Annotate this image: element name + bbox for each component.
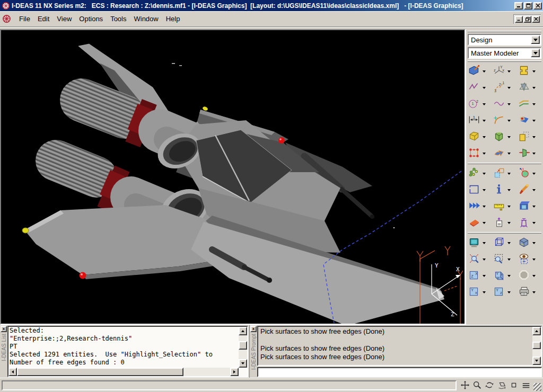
cutting-plane-dropdown-arrow[interactable] xyxy=(531,81,537,95)
circle-center-edge-dropdown-arrow[interactable] xyxy=(481,97,487,111)
module-combo-arrow[interactable] xyxy=(531,49,540,57)
scroll-down-button[interactable] xyxy=(239,359,247,368)
mdi-close-button[interactable] xyxy=(532,16,540,23)
offset-curve-button[interactable] xyxy=(517,97,531,111)
module-combobox[interactable]: Master Modeler xyxy=(468,47,541,59)
toolbar-grip[interactable] xyxy=(468,232,541,234)
history-tree-button[interactable] xyxy=(467,167,481,181)
check-geometry-button[interactable] xyxy=(517,167,531,181)
scroll-down-button[interactable] xyxy=(532,357,541,365)
menu-edit[interactable]: Edit xyxy=(34,13,53,25)
drag-entity-button[interactable] xyxy=(492,167,506,181)
scroll-thumb[interactable] xyxy=(532,342,541,349)
list-panel-close-button[interactable]: x xyxy=(1,326,7,332)
scroll-up-button[interactable] xyxy=(239,327,247,335)
visible-entities-dropdown-arrow[interactable] xyxy=(531,253,537,266)
prompt-input[interactable] xyxy=(257,367,542,377)
history-tree-dropdown-arrow[interactable] xyxy=(481,167,487,181)
task-combo-arrow[interactable] xyxy=(531,35,540,44)
revolve-feature-dropdown-arrow[interactable] xyxy=(506,130,512,144)
sweep-feature-button[interactable] xyxy=(492,147,506,161)
wireframe-display-button[interactable] xyxy=(492,236,506,250)
menu-file[interactable]: File xyxy=(15,13,34,25)
dimension-dropdown-arrow[interactable] xyxy=(481,114,487,128)
shell-feature-dropdown-arrow[interactable] xyxy=(531,147,537,161)
spline-curve-button[interactable] xyxy=(492,97,506,111)
dimension-button[interactable]: 1 xyxy=(467,114,481,128)
view-top-button[interactable]: Yx xyxy=(467,286,481,299)
spline-control-points-button[interactable]: 321 xyxy=(492,81,506,95)
put-away-dropdown-arrow[interactable] xyxy=(531,200,537,213)
list-vertical-scrollbar[interactable] xyxy=(239,327,247,368)
scroll-left-button[interactable] xyxy=(8,368,17,376)
menu-window[interactable]: Window xyxy=(130,13,162,25)
close-button[interactable] xyxy=(533,2,542,10)
measure-button[interactable] xyxy=(492,200,506,213)
intersect-surfaces-button[interactable] xyxy=(517,114,531,128)
resize-grip[interactable] xyxy=(533,383,541,391)
task-combobox[interactable]: Design xyxy=(468,34,541,46)
workplane-axes-dropdown-arrow[interactable] xyxy=(506,65,512,78)
stop-button[interactable] xyxy=(517,269,531,283)
zoom-box-button[interactable] xyxy=(492,253,506,266)
stop-dropdown-arrow[interactable] xyxy=(531,269,537,283)
fillet-dropdown-arrow[interactable] xyxy=(506,114,512,128)
update-part-button[interactable] xyxy=(492,216,506,230)
extrude-profile-button[interactable] xyxy=(517,65,531,78)
viewport-3d-model[interactable]: X Y Z xyxy=(1,30,465,324)
view-isometric-button[interactable]: Yxz xyxy=(492,269,506,283)
visible-entities-button[interactable] xyxy=(517,253,531,266)
menu-help[interactable]: Help xyxy=(162,13,184,25)
appearance-button[interactable] xyxy=(517,183,531,197)
drag-entity-dropdown-arrow[interactable] xyxy=(506,167,512,181)
extrude-profile-dropdown-arrow[interactable] xyxy=(531,65,537,78)
workplane-axes-button[interactable]: Yzx xyxy=(492,65,506,78)
view-side-button[interactable]: Yz xyxy=(492,286,506,299)
fillet-button[interactable] xyxy=(492,114,506,128)
shaded-software-button[interactable] xyxy=(517,236,531,250)
info-dropdown-arrow[interactable] xyxy=(506,183,512,197)
zoom-all-button[interactable] xyxy=(467,253,481,266)
copy-feature-button[interactable] xyxy=(517,130,531,144)
prompt-panel-close-button[interactable]: x xyxy=(250,326,257,332)
circle-center-edge-button[interactable]: 12 xyxy=(467,97,481,111)
scroll-right-button[interactable] xyxy=(230,368,239,376)
erase-dropdown-arrow[interactable] xyxy=(481,216,487,230)
revolve-feature-button[interactable] xyxy=(492,130,506,144)
polylines-dropdown-arrow[interactable] xyxy=(481,81,487,95)
offset-curve-dropdown-arrow[interactable] xyxy=(531,97,537,111)
menu-tools[interactable]: Tools xyxy=(107,13,130,25)
view-isometric-dropdown-arrow[interactable] xyxy=(506,269,512,283)
shaded-display-dropdown-arrow[interactable] xyxy=(481,236,487,250)
zoom-all-dropdown-arrow[interactable] xyxy=(481,253,487,266)
view-front-button[interactable]: XZ xyxy=(467,269,481,283)
info-button[interactable] xyxy=(492,183,506,197)
minimize-button[interactable] xyxy=(514,2,523,10)
check-geometry-dropdown-arrow[interactable] xyxy=(531,167,537,181)
modify-points-dropdown-arrow[interactable] xyxy=(481,147,487,161)
rotate-icon[interactable] xyxy=(484,380,495,390)
isolate-button[interactable] xyxy=(467,200,481,213)
delete-entity-dropdown-arrow[interactable] xyxy=(531,216,537,230)
select-region-button[interactable] xyxy=(467,183,481,197)
update-part-dropdown-arrow[interactable] xyxy=(506,216,512,230)
scroll-thumb[interactable] xyxy=(239,341,247,350)
select-box-icon[interactable] xyxy=(509,380,519,390)
appearance-dropdown-arrow[interactable] xyxy=(531,183,537,197)
list-horizontal-scrollbar[interactable] xyxy=(8,368,239,376)
pan-icon[interactable] xyxy=(460,380,470,390)
extrude-feature-button[interactable] xyxy=(467,130,481,144)
menu-options[interactable]: Options xyxy=(75,13,107,25)
modify-points-button[interactable] xyxy=(467,147,481,161)
print-dropdown-arrow[interactable] xyxy=(531,286,537,299)
isolate-dropdown-arrow[interactable] xyxy=(481,200,487,213)
menu-view[interactable]: View xyxy=(53,13,75,25)
spline-curve-dropdown-arrow[interactable] xyxy=(506,97,512,111)
mdi-restore-button[interactable] xyxy=(523,16,531,23)
sketch-in-place-button[interactable] xyxy=(467,65,481,78)
view-top-dropdown-arrow[interactable] xyxy=(481,286,487,299)
select-region-dropdown-arrow[interactable] xyxy=(481,183,487,197)
scroll-thumb[interactable] xyxy=(17,368,183,376)
zoom-icon[interactable] xyxy=(472,380,483,390)
erase-button[interactable] xyxy=(467,216,481,230)
